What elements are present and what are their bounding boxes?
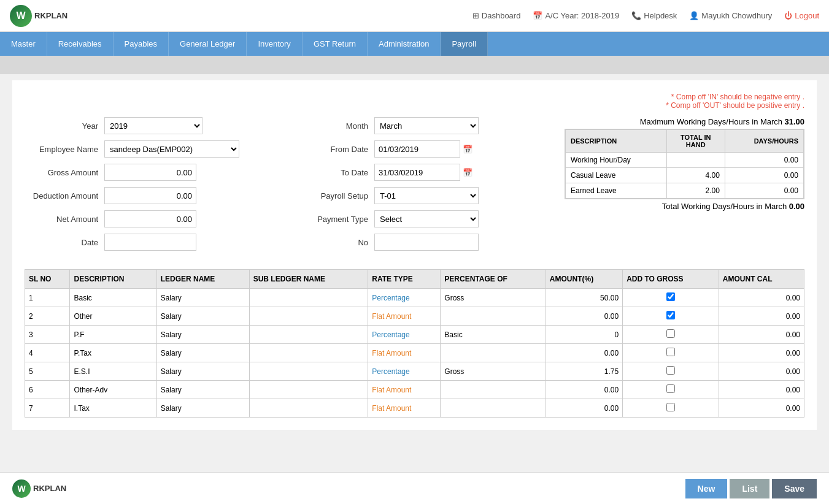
nav-inventory[interactable]: Inventory (247, 32, 302, 56)
cell-amount-cal: 0.00 (719, 289, 804, 307)
cell-description: P.Tax (70, 344, 156, 362)
helpdesk-link[interactable]: 📞 Helpdesk (631, 11, 677, 20)
nav-payroll[interactable]: Payroll (441, 32, 488, 56)
payment-type-row: Payment Type Select (295, 210, 540, 227)
cell-sub-ledger (249, 399, 368, 418)
deduction-amount-row: Deduction Amount (25, 187, 270, 204)
dashboard-link[interactable]: ⊞ Dashboard (472, 11, 521, 20)
month-select[interactable]: March (374, 117, 479, 134)
year-select[interactable]: 2019 (104, 117, 202, 134)
net-amount-input[interactable] (104, 210, 196, 227)
from-date-label: From Date (295, 145, 374, 154)
total-row: Total Working Days/Hours in March 0.00 (565, 202, 804, 211)
cell-sl: 3 (25, 326, 70, 344)
deduction-amount-input[interactable] (104, 187, 196, 204)
cell-add-to-gross[interactable] (623, 362, 719, 381)
cell-ledger: Salary (156, 326, 249, 344)
payment-type-select[interactable]: Select (374, 210, 479, 227)
add-to-gross-checkbox[interactable] (666, 292, 675, 301)
cell-pct-of (441, 399, 546, 418)
no-input[interactable] (374, 234, 479, 251)
add-to-gross-checkbox[interactable] (666, 348, 675, 356)
to-date-row: To Date 📅 (295, 164, 540, 181)
total-label: Total Working Days/Hours in March (662, 202, 787, 211)
nav-master[interactable]: Master (0, 32, 47, 56)
cell-pct-of (441, 381, 546, 399)
cell-ledger: Salary (156, 289, 249, 307)
att-days-3: 0.00 (725, 183, 803, 199)
nav-gst-return[interactable]: GST Return (303, 32, 368, 56)
cell-ledger: Salary (156, 344, 249, 362)
nav-bar: Master Receivables Payables General Ledg… (0, 32, 829, 56)
cell-rate-type: Percentage (368, 362, 441, 381)
employee-name-select[interactable]: sandeep Das(EMP002) (104, 140, 239, 158)
cell-description: Basic (70, 289, 156, 307)
cell-amount-cal: 0.00 (719, 344, 804, 362)
att-row-2: Casual Leave 4.00 0.00 (566, 168, 804, 183)
nav-payables[interactable]: Payables (114, 32, 169, 56)
cell-pct-of: Gross (441, 362, 546, 381)
from-date-calendar-icon[interactable]: 📅 (463, 145, 472, 154)
from-date-input[interactable] (374, 140, 460, 158)
user-icon: 👤 (689, 11, 699, 20)
payroll-setup-select[interactable]: T-01 (374, 187, 479, 204)
add-to-gross-checkbox[interactable] (666, 366, 675, 375)
net-amount-label: Net Amount (25, 215, 104, 224)
cell-amount: 1.75 (546, 362, 622, 381)
cell-add-to-gross[interactable] (623, 289, 719, 307)
add-to-gross-checkbox[interactable] (666, 329, 675, 338)
power-icon: ⏻ (784, 11, 792, 20)
logout-link[interactable]: ⏻ Logout (784, 11, 819, 20)
nav-receivables[interactable]: Receivables (47, 32, 114, 56)
no-row: No (295, 234, 540, 251)
cell-add-to-gross[interactable] (623, 399, 719, 418)
to-date-input[interactable] (374, 164, 460, 181)
cell-add-to-gross[interactable] (623, 381, 719, 399)
cell-description: Other (70, 307, 156, 326)
cell-ledger: Salary (156, 399, 249, 418)
cell-sub-ledger (249, 307, 368, 326)
cell-amount: 50.00 (546, 289, 622, 307)
col-sl-no: SL NO (25, 270, 70, 289)
cell-amount: 0.00 (546, 344, 622, 362)
cell-sub-ledger (249, 344, 368, 362)
year-row: Year 2019 (25, 117, 270, 134)
to-date-calendar-icon[interactable]: 📅 (463, 168, 472, 177)
payroll-setup-row: Payroll Setup T-01 (295, 187, 540, 204)
cell-sl: 1 (25, 289, 70, 307)
payment-type-select-wrap: Select (374, 210, 479, 227)
add-to-gross-checkbox[interactable] (666, 311, 675, 319)
att-row-1: Working Hour/Day 0.00 (566, 153, 804, 168)
att-col-description: DESCRIPTION (566, 130, 667, 153)
data-table: SL NO DESCRIPTION LEDGER NAME SUB LEDGER… (25, 269, 804, 418)
top-header: W RKPLAN ⊞ Dashboard 📅 A/C Year: 2018-20… (0, 0, 829, 32)
date-input[interactable] (104, 234, 196, 251)
nav-administration[interactable]: Administration (368, 32, 441, 56)
cell-pct-of: Gross (441, 289, 546, 307)
cell-description: I.Tax (70, 399, 156, 418)
nav-general-ledger[interactable]: General Ledger (169, 32, 247, 56)
cell-pct-of: Basic (441, 326, 546, 344)
logo-icon: W (10, 5, 32, 27)
add-to-gross-checkbox[interactable] (666, 384, 675, 393)
add-to-gross-checkbox[interactable] (666, 403, 675, 411)
cell-amount-cal: 0.00 (719, 399, 804, 418)
year-select-wrap: 2019 (104, 117, 202, 134)
cell-add-to-gross[interactable] (623, 326, 719, 344)
cell-description: E.S.I (70, 362, 156, 381)
col-amount-cal: AMOUNT CAL (719, 270, 804, 289)
gross-amount-input[interactable] (104, 164, 196, 181)
cell-rate-type: Flat Amount (368, 381, 441, 399)
month-select-wrap: March (374, 117, 479, 134)
table-row: 5 E.S.I Salary Percentage Gross 1.75 0.0… (25, 362, 804, 381)
cell-amount-cal: 0.00 (719, 307, 804, 326)
month-row: Month March (295, 117, 540, 134)
employee-name-select-wrap: sandeep Das(EMP002) (104, 140, 239, 158)
col-percentage-of: PERCENTAGE OF (441, 270, 546, 289)
from-date-row: From Date 📅 (295, 140, 540, 158)
cell-add-to-gross[interactable] (623, 307, 719, 326)
ac-year: 📅 A/C Year: 2018-2019 (533, 11, 619, 20)
cell-add-to-gross[interactable] (623, 344, 719, 362)
dashboard-icon: ⊞ (472, 11, 479, 20)
table-row: 2 Other Salary Flat Amount 0.00 0.00 (25, 307, 804, 326)
